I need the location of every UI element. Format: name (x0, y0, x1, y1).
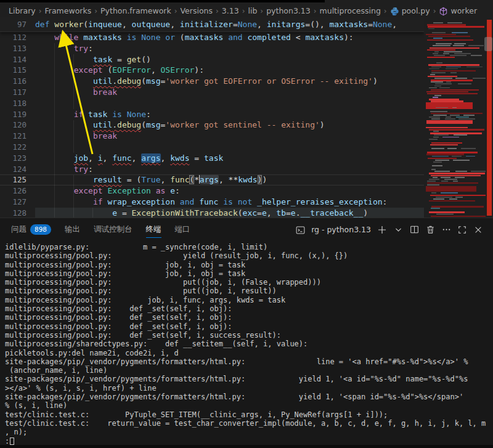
chevron-down-button[interactable] (391, 222, 405, 237)
code-token: , (88, 153, 98, 163)
minimap-code (429, 139, 438, 140)
minimap-mark (429, 200, 475, 202)
breadcrumb-item[interactable]: lib (248, 6, 257, 15)
plus-button[interactable] (375, 222, 389, 237)
split-panel-button[interactable] (407, 222, 422, 237)
minimap-mark (431, 175, 481, 176)
window-top-edge (0, 0, 325, 2)
minimap-code (436, 214, 454, 215)
code-token: __traceback__ (301, 208, 364, 218)
code-line-118[interactable]: 118 (0, 98, 424, 109)
breadcrumb-separator: › (314, 7, 317, 15)
code-line-117[interactable]: 117 break (0, 87, 424, 98)
minimap-code (430, 74, 435, 75)
code-line-121[interactable]: 121 break (0, 131, 424, 142)
code-token: , (103, 153, 113, 163)
code-line-116[interactable]: 116 util.debug(msg='worker got EOFError … (0, 76, 424, 87)
line-code: except Exception as e: (35, 185, 180, 197)
breadcrumb-item[interactable]: multiprocessing (320, 6, 381, 15)
code-line-119[interactable]: 119 if task is None: (0, 109, 424, 120)
code-token: = (190, 153, 204, 163)
code-token: args (200, 175, 219, 184)
code-line-123[interactable]: 123 job, i, func, args, kwds = task (0, 153, 424, 164)
code-line-120[interactable]: 120 util.debug(msg='worker got sentinel … (0, 120, 424, 131)
minimap-code (431, 67, 441, 68)
line-code: util.debug(msg='worker got EOFError or O… (35, 76, 378, 87)
code-line-125[interactable]: 125 result = (True, func(*args, **kwds)) (0, 174, 424, 185)
breadcrumb-separator: › (260, 7, 263, 15)
minimap-code (436, 107, 448, 108)
code-line-122[interactable]: 122 (0, 142, 424, 153)
panel-tab-调试控制台[interactable]: 调试控制台 (94, 218, 132, 241)
code-line-124[interactable]: 124 try: (0, 164, 424, 175)
code-token: . (112, 120, 117, 129)
code-token: : (383, 197, 388, 206)
code-token: not (238, 197, 257, 206)
breadcrumb-item[interactable]: worker (450, 6, 477, 15)
maximize-panel-button[interactable] (455, 222, 470, 237)
code-token: 'worker got EOFError or OSError -- exiti… (165, 76, 373, 86)
code-area[interactable]: 97 def worker(inqueue, outqueue, initial… (0, 17, 424, 218)
minimap-code (447, 22, 462, 23)
minimap-code (458, 83, 471, 84)
minimap-code (433, 137, 439, 138)
ellipsis-icon (442, 225, 451, 234)
ellipsis-button[interactable] (439, 222, 454, 237)
close-button[interactable] (471, 222, 486, 237)
minimap-mark (426, 34, 456, 35)
line-code: break (35, 87, 117, 98)
code-line-126[interactable]: 126 except Exception as e: (0, 185, 424, 197)
minimap-code (466, 156, 475, 157)
breadcrumb-separator: › (384, 7, 387, 15)
code-token: , (267, 208, 277, 218)
trash-button[interactable] (423, 222, 438, 237)
terminal-line: multiprocessing/pool.py: def _set(self, … (5, 322, 493, 331)
split-panel-icon (410, 225, 419, 234)
breadcrumb-item[interactable]: Library (9, 6, 36, 15)
minimap-code (433, 97, 438, 98)
panel-tab-问题[interactable]: 问题898 (11, 218, 51, 241)
minimap-code (433, 177, 438, 178)
code-token: ): (194, 65, 204, 75)
terminal-profile[interactable]: rg - python3.13 (296, 225, 371, 234)
code-token: , (257, 20, 267, 29)
panel-tab-输出[interactable]: 输出 (65, 218, 80, 241)
line-number: 121 (0, 131, 35, 142)
code-token (35, 120, 93, 129)
minimap-code (433, 45, 450, 46)
breadcrumb-item[interactable]: Python.framework (100, 6, 171, 15)
code-token: maxtasks (305, 33, 344, 42)
breadcrumb-item[interactable]: python3.13 (266, 6, 311, 15)
breadcrumb-item[interactable]: 3.13 (222, 6, 239, 15)
code-line-128[interactable]: 128 e = ExceptionWithTraceback(exc=e, tb… (0, 208, 424, 218)
line-number: 116 (0, 76, 35, 87)
code-token: , (122, 20, 132, 29)
code-token: def (35, 20, 54, 29)
code-token: : (146, 110, 151, 119)
scrollbar-slider[interactable] (484, 37, 492, 51)
breadcrumb-item[interactable]: Versions (181, 6, 213, 15)
code-editor[interactable]: 97 def worker(inqueue, outqueue, initial… (0, 17, 493, 218)
code-line-127[interactable]: 127 if wrap_exception and func is not _h… (0, 197, 424, 208)
code-token: while (54, 33, 83, 42)
code-line-115[interactable]: 115 except (EOFError, OSError): (0, 65, 424, 76)
panel-tab-终端[interactable]: 终端 (146, 218, 161, 241)
code-token: and (180, 197, 199, 206)
code-token (35, 197, 93, 206)
panel-tab-端口[interactable]: 端口 (175, 218, 190, 241)
code-line-112[interactable]: 112 while maxtasks is None or (maxtasks … (0, 32, 424, 43)
breadcrumb-item[interactable]: Frameworks (45, 6, 92, 15)
code-line-114[interactable]: 114 task = get() (0, 54, 424, 65)
code-token: = (233, 20, 238, 29)
code-token: e (262, 208, 267, 218)
code-token: None (141, 33, 165, 42)
minimap-mark (430, 144, 458, 145)
minimap[interactable] (424, 17, 486, 218)
terminal-output[interactable]: idlelib/pyparse.py: m = _synchre(code, i… (5, 243, 493, 446)
code-token (35, 175, 93, 184)
minimap-mark (426, 120, 473, 123)
minimap-mark (427, 57, 455, 58)
breadcrumb-item[interactable]: pool.py (402, 6, 430, 15)
sticky-scroll-line[interactable]: 97 def worker(inqueue, outqueue, initial… (0, 17, 424, 32)
code-line-113[interactable]: 113 try: (0, 43, 424, 54)
